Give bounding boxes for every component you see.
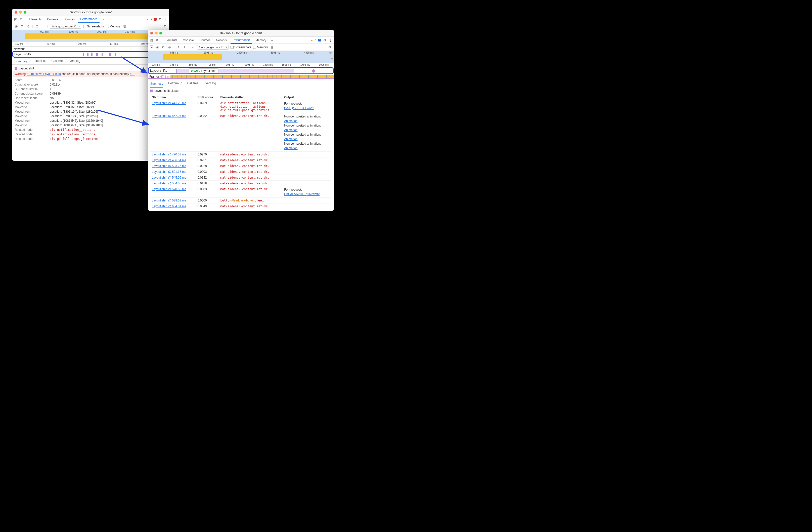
detail-label: Score (15, 78, 47, 82)
shift-link[interactable]: Layout shift @ 588.68 ms (152, 199, 186, 202)
node-link[interactable]: mat-sidenav-content.mat-dr… (220, 153, 269, 156)
layout-shifts-track[interactable]: Layout shifts (12, 51, 169, 58)
time-ruler[interactable]: 197 ms 297 ms 397 ms 497 ms 597 ms (12, 42, 169, 46)
culprit-link[interactable]: HhzMU5Ak9u…p9M.woff2 (284, 193, 320, 196)
subtab-eventlog[interactable]: Event log (68, 58, 80, 64)
memory-checkbox[interactable]: Memory (253, 45, 268, 49)
node-link[interactable]: mat-sidenav-content.mat-dr… (220, 170, 269, 173)
subtab-bottomup[interactable]: Bottom-up (168, 80, 182, 86)
cls-link[interactable]: Cumulative Layout Shifts (27, 72, 61, 76)
node-link[interactable]: div.notification__actions (50, 128, 95, 131)
clear-icon[interactable]: ⊘ (26, 24, 30, 28)
network-track[interactable]: Network (12, 46, 169, 52)
node-link[interactable]: div.notification__actions (50, 132, 95, 136)
gear-icon[interactable]: ⚙ (163, 24, 167, 28)
more-tabs-icon[interactable]: » (270, 38, 274, 42)
subtab-summary[interactable]: Summary (15, 58, 27, 65)
tab-sources[interactable]: Sources (62, 16, 77, 23)
node-link[interactable]: mat-sidenav-content.mat-dr… (220, 205, 269, 208)
node-link[interactable]: div.gf-full-page.gf-content (220, 108, 269, 112)
node-link[interactable]: div.gf-full-page.gf-content (50, 137, 99, 141)
tab-elements[interactable]: Elements (27, 16, 43, 23)
detail-value: Location: [3794,194], Size: [287x96] (50, 114, 98, 118)
subtab-summary[interactable]: Summary (150, 81, 163, 87)
culprit-link[interactable]: Animation (284, 146, 298, 150)
recording-select[interactable]: fonts.google.com #1 (50, 24, 81, 29)
inspect-icon[interactable]: ◰ (14, 17, 18, 22)
titlebar[interactable]: DevTools - fonts.google.com/ (12, 9, 169, 16)
time-ruler[interactable]: 195 ms 395 ms 595 ms 795 ms 995 ms 1195 … (148, 63, 334, 67)
shift-link[interactable]: Layout shift @ 503.26 ms (152, 164, 186, 168)
device-icon[interactable]: ⧉ (155, 38, 159, 42)
overview-minimap[interactable]: 997 ms 1997 ms 2997 ms 3997 ms 4997 ms (12, 30, 169, 42)
tab-elements[interactable]: Elements (163, 37, 179, 43)
node-link[interactable]: mat-sidenav-content.mat-dr… (220, 182, 269, 185)
tab-console[interactable]: Console (181, 37, 196, 43)
layout-shifts-track[interactable]: Layout shifts 0.0269 Layout shift (148, 67, 334, 74)
culprit-link[interactable]: Animation (284, 137, 298, 141)
device-icon[interactable]: ⧉ (19, 17, 23, 22)
kebab-icon[interactable]: ⋮ (164, 17, 168, 22)
reload-icon[interactable]: ⟳ (20, 24, 24, 28)
memory-checkbox[interactable]: Memory (106, 25, 120, 28)
subtab-bottomup[interactable]: Bottom-up (32, 58, 46, 64)
shift-link[interactable]: Layout shift @ 470.53 ms (152, 153, 186, 156)
screenshots-checkbox[interactable]: Screenshots (231, 45, 251, 49)
clear-icon[interactable]: ⊘ (168, 45, 172, 49)
reload-icon[interactable]: ⟳ (161, 45, 165, 49)
download-icon[interactable]: ↧ (41, 24, 45, 28)
warnings-badge[interactable]: ▲ 1 (310, 39, 317, 42)
shift-link[interactable]: Layout shift @ 554.05 ms (152, 182, 186, 185)
shift-link[interactable]: Layout shift @ 486.54 ms (152, 158, 186, 162)
toggle-sidebar-icon[interactable]: ▶ (150, 45, 153, 49)
node-link[interactable]: div.notification__actions (220, 105, 266, 108)
node-link[interactable]: button#feedback-button.fee… (220, 199, 263, 202)
culprit-link[interactable]: Animation (284, 128, 298, 132)
node-link[interactable]: mat-sidenav-content.mat-dr… (220, 164, 269, 168)
node-link[interactable]: div.notification__actions (220, 101, 266, 105)
shift-link[interactable]: Layout shift @ 457.07 ms (152, 114, 186, 118)
home-icon[interactable]: ⌂ (191, 45, 195, 49)
shift-link[interactable]: Layout shift @ 441.20 ms (152, 101, 186, 105)
gear-icon[interactable]: ⚙ (323, 38, 327, 42)
node-link[interactable]: mat-sidenav-content.mat-dr… (220, 114, 269, 118)
node-link[interactable]: mat-sidenav-content.mat-dr… (220, 158, 269, 162)
subtab-calltree[interactable]: Call tree (52, 58, 63, 64)
screenshots-checkbox[interactable]: Screenshots (83, 25, 104, 28)
shift-link[interactable]: Layout shift @ 604.01 ms (152, 205, 186, 208)
info-badge[interactable]: 1 (318, 39, 321, 42)
tab-sources[interactable]: Sources (197, 37, 213, 43)
subtab-calltree[interactable]: Call tree (187, 80, 199, 86)
gear-icon[interactable]: ⚙ (328, 45, 332, 49)
gear-icon[interactable]: ⚙ (158, 17, 162, 22)
overview-minimap[interactable]: 995 ms 1995 ms 2995 ms 3995 ms 4995 ms C… (148, 51, 334, 63)
warnings-badge[interactable]: ▲ 2 (146, 18, 153, 21)
tab-console[interactable]: Console (45, 16, 60, 23)
upload-icon[interactable]: ↥ (176, 45, 180, 49)
subtab-eventlog[interactable]: Event log (203, 80, 216, 86)
culprit-link[interactable]: t5sJIQcYNI…lUI.woff2 (284, 107, 314, 110)
culprit-link[interactable]: Animation (284, 119, 298, 123)
gc-icon[interactable]: 🗑 (122, 24, 127, 28)
node-link[interactable]: mat-sidenav-content.mat-dr… (220, 187, 269, 191)
recording-select[interactable]: fonts.google.com #1 (197, 45, 229, 50)
titlebar[interactable]: DevTools - fonts.google.com/ (148, 30, 334, 37)
tab-performance[interactable]: Performance (78, 16, 100, 23)
tab-memory[interactable]: Memory (253, 37, 268, 43)
node-link[interactable]: mat-sidenav-content.mat-dr… (220, 176, 269, 179)
shift-link[interactable]: Layout shift @ 570.53 ms (152, 187, 186, 191)
frames-track[interactable]: Frames 67.1 ms (148, 74, 334, 80)
download-icon[interactable]: ↧ (182, 45, 186, 49)
record-icon[interactable]: ◉ (155, 45, 159, 49)
upload-icon[interactable]: ↥ (35, 24, 39, 28)
more-tabs-icon[interactable]: » (101, 17, 105, 22)
shift-link[interactable]: Layout shift @ 545.09 ms (152, 176, 186, 179)
tab-network[interactable]: Network (214, 37, 229, 43)
gc-icon[interactable]: 🗑 (270, 45, 274, 49)
kebab-icon[interactable]: ⋮ (328, 38, 332, 42)
shift-link[interactable]: Layout shift @ 521.16 ms (152, 170, 186, 173)
record-icon[interactable]: ◉ (14, 24, 18, 28)
errors-badge[interactable]: 1 (154, 18, 157, 20)
inspect-icon[interactable]: ◰ (149, 38, 153, 42)
tab-performance[interactable]: Performance (231, 37, 252, 44)
